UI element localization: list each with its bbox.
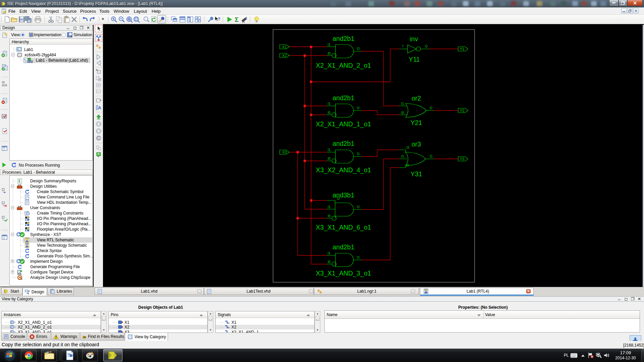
svg-text:and2b1: and2b1 [332,243,354,251]
svg-text:I0: I0 [328,111,331,115]
svg-text:Σ: Σ [18,179,21,183]
svg-text:O: O [430,155,432,158]
svg-text:O: O [357,256,360,259]
svg-text:X3_X1_AND_6_o1: X3_X1_AND_6_o1 [316,224,371,231]
svg-text:or2: or2 [412,95,421,102]
svg-text:x: x [97,90,99,93]
svg-text:I0: I0 [406,164,409,167]
svg-text:Y21: Y21 [411,119,422,126]
svg-text:O: O [357,152,360,156]
svg-text:A: A [98,106,101,110]
svg-text:I: I [402,44,404,48]
svg-text:X3_X2_AND_4_o1: X3_X2_AND_4_o1 [316,166,371,174]
svg-text:Σ: Σ [235,16,238,23]
svg-text:Y31: Y31 [411,170,422,178]
svg-text:I0: I0 [328,214,331,218]
svg-text:X2: X2 [282,54,286,58]
svg-text:I1: I1 [328,43,331,47]
svg-text:and3b1: and3b1 [332,191,354,199]
svg-text:O: O [430,106,432,110]
svg-text:I1: I1 [328,102,331,106]
svg-text:I0: I0 [328,260,331,264]
svg-text:I1: I1 [328,251,331,255]
svg-text:O: O [357,106,360,110]
svg-text:O: O [357,205,360,209]
svg-text:Y1: Y1 [460,47,464,51]
svg-text:and2b1: and2b1 [332,140,354,147]
svg-text:I1: I1 [328,148,331,152]
svg-text:and2b1: and2b1 [332,94,354,102]
svg-text:or3: or3 [412,140,421,148]
svg-text:I0: I0 [328,52,331,55]
svg-text:X1: X1 [282,45,286,49]
svg-text:and2b1: and2b1 [332,35,354,42]
svg-text:O: O [357,47,360,51]
svg-text:X2_X1_AND_1_o1: X2_X1_AND_1_o1 [316,120,371,128]
svg-text:Y11: Y11 [409,56,420,63]
svg-text:Y3: Y3 [460,157,464,161]
svg-text:I2: I2 [337,197,340,200]
svg-text:I2: I2 [407,146,410,149]
svg-text:?: ? [218,16,220,21]
svg-text:I0: I0 [401,111,404,115]
svg-text:inv: inv [410,35,418,43]
svg-text:O: O [425,45,428,48]
svg-text:X3: X3 [282,150,286,154]
svg-text:I0: I0 [328,157,331,161]
svg-text:iSim: iSim [68,36,71,37]
svg-text:I1: I1 [401,102,404,106]
svg-text:X3_X1_AND_3_o1: X3_X1_AND_3_o1 [316,269,371,277]
svg-text:H: H [25,60,26,62]
svg-text:I1: I1 [401,155,404,158]
svg-text:Y2: Y2 [460,109,464,113]
svg-text:X2_X1_AND_2_o1: X2_X1_AND_2_o1 [316,62,371,69]
svg-text:I1: I1 [328,205,331,209]
